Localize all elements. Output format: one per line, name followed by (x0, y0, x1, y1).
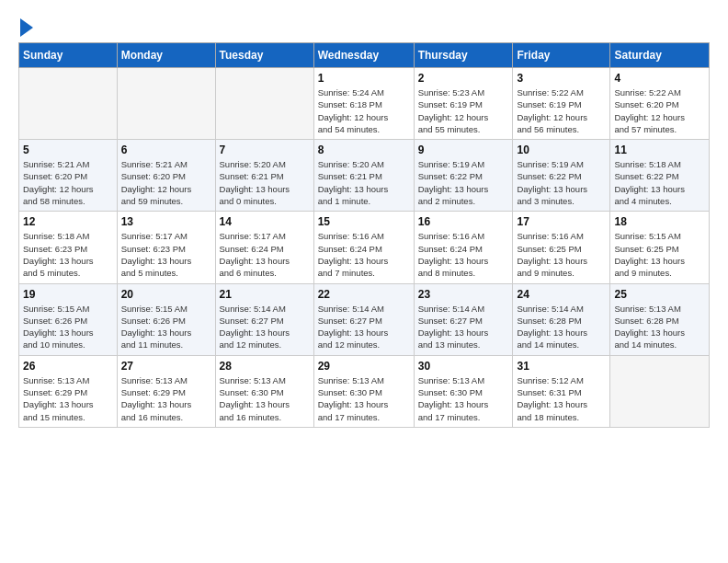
day-number: 20 (121, 288, 211, 301)
day-number: 24 (517, 288, 606, 301)
weekday-friday: Friday (513, 43, 610, 68)
calendar-cell: 19Sunrise: 5:15 AM Sunset: 6:26 PM Dayli… (19, 283, 118, 355)
day-number: 13 (121, 215, 211, 228)
calendar-cell: 20Sunrise: 5:15 AM Sunset: 6:26 PM Dayli… (117, 283, 215, 355)
cell-info: Sunrise: 5:18 AM Sunset: 6:22 PM Dayligh… (614, 158, 705, 207)
calendar-cell: 23Sunrise: 5:14 AM Sunset: 6:27 PM Dayli… (414, 283, 513, 355)
day-number: 2 (418, 72, 509, 85)
cell-info: Sunrise: 5:22 AM Sunset: 6:19 PM Dayligh… (517, 86, 606, 135)
weekday-header-row: SundayMondayTuesdayWednesdayThursdayFrid… (19, 43, 710, 68)
calendar-week-2: 5Sunrise: 5:21 AM Sunset: 6:20 PM Daylig… (19, 140, 710, 212)
cell-info: Sunrise: 5:14 AM Sunset: 6:27 PM Dayligh… (220, 303, 310, 351)
logo-text (18, 18, 33, 37)
cell-info: Sunrise: 5:14 AM Sunset: 6:27 PM Dayligh… (418, 303, 509, 351)
weekday-thursday: Thursday (414, 43, 513, 68)
day-number: 11 (614, 144, 705, 156)
calendar-cell: 2Sunrise: 5:23 AM Sunset: 6:19 PM Daylig… (414, 68, 513, 140)
cell-info: Sunrise: 5:13 AM Sunset: 6:30 PM Dayligh… (220, 374, 310, 423)
cell-info: Sunrise: 5:21 AM Sunset: 6:20 PM Dayligh… (121, 158, 211, 207)
calendar-cell: 16Sunrise: 5:16 AM Sunset: 6:24 PM Dayli… (414, 212, 513, 283)
calendar-cell: 17Sunrise: 5:16 AM Sunset: 6:25 PM Dayli… (513, 212, 610, 283)
calendar-cell: 7Sunrise: 5:20 AM Sunset: 6:21 PM Daylig… (215, 140, 313, 212)
weekday-wednesday: Wednesday (313, 43, 414, 68)
cell-info: Sunrise: 5:20 AM Sunset: 6:21 PM Dayligh… (220, 158, 310, 207)
day-number: 12 (23, 215, 113, 228)
calendar-cell: 10Sunrise: 5:19 AM Sunset: 6:22 PM Dayli… (513, 140, 610, 212)
day-number: 28 (220, 360, 310, 373)
cell-info: Sunrise: 5:14 AM Sunset: 6:27 PM Dayligh… (318, 303, 410, 351)
day-number: 25 (614, 288, 705, 301)
day-number: 31 (517, 360, 606, 373)
calendar-cell: 4Sunrise: 5:22 AM Sunset: 6:20 PM Daylig… (610, 68, 710, 140)
cell-info: Sunrise: 5:13 AM Sunset: 6:29 PM Dayligh… (121, 374, 211, 423)
cell-info: Sunrise: 5:15 AM Sunset: 6:26 PM Dayligh… (23, 303, 113, 351)
day-number: 10 (517, 144, 606, 156)
calendar-cell: 6Sunrise: 5:21 AM Sunset: 6:20 PM Daylig… (117, 140, 215, 212)
day-number: 19 (23, 288, 113, 301)
calendar-week-4: 19Sunrise: 5:15 AM Sunset: 6:26 PM Dayli… (19, 283, 710, 355)
weekday-sunday: Sunday (19, 43, 118, 68)
cell-info: Sunrise: 5:12 AM Sunset: 6:31 PM Dayligh… (517, 374, 606, 423)
calendar-cell: 1Sunrise: 5:24 AM Sunset: 6:18 PM Daylig… (313, 68, 414, 140)
day-number: 3 (517, 72, 606, 85)
cell-info: Sunrise: 5:16 AM Sunset: 6:25 PM Dayligh… (517, 230, 606, 279)
calendar-cell: 5Sunrise: 5:21 AM Sunset: 6:20 PM Daylig… (19, 140, 118, 212)
weekday-tuesday: Tuesday (215, 43, 313, 68)
cell-info: Sunrise: 5:16 AM Sunset: 6:24 PM Dayligh… (418, 230, 509, 279)
cell-info: Sunrise: 5:22 AM Sunset: 6:20 PM Dayligh… (614, 86, 705, 135)
calendar-cell: 21Sunrise: 5:14 AM Sunset: 6:27 PM Dayli… (215, 283, 313, 355)
calendar-body: 1Sunrise: 5:24 AM Sunset: 6:18 PM Daylig… (19, 68, 710, 428)
cell-info: Sunrise: 5:17 AM Sunset: 6:24 PM Dayligh… (220, 230, 310, 279)
calendar-cell (215, 68, 313, 140)
day-number: 1 (318, 72, 410, 85)
calendar-cell: 26Sunrise: 5:13 AM Sunset: 6:29 PM Dayli… (19, 355, 118, 427)
cell-info: Sunrise: 5:13 AM Sunset: 6:29 PM Dayligh… (23, 374, 113, 423)
calendar-cell: 3Sunrise: 5:22 AM Sunset: 6:19 PM Daylig… (513, 68, 610, 140)
day-number: 18 (614, 215, 705, 228)
day-number: 29 (318, 360, 410, 373)
logo-arrow (20, 18, 33, 37)
calendar-cell (117, 68, 215, 140)
calendar-week-1: 1Sunrise: 5:24 AM Sunset: 6:18 PM Daylig… (19, 68, 710, 140)
cell-info: Sunrise: 5:15 AM Sunset: 6:26 PM Dayligh… (121, 303, 211, 351)
calendar-table: SundayMondayTuesdayWednesdayThursdayFrid… (18, 42, 710, 428)
cell-info: Sunrise: 5:13 AM Sunset: 6:28 PM Dayligh… (614, 303, 705, 351)
cell-info: Sunrise: 5:24 AM Sunset: 6:18 PM Dayligh… (318, 86, 410, 135)
cell-info: Sunrise: 5:13 AM Sunset: 6:30 PM Dayligh… (418, 374, 509, 423)
day-number: 23 (418, 288, 509, 301)
cell-info: Sunrise: 5:16 AM Sunset: 6:24 PM Dayligh… (318, 230, 410, 279)
calendar-cell: 9Sunrise: 5:19 AM Sunset: 6:22 PM Daylig… (414, 140, 513, 212)
day-number: 30 (418, 360, 509, 373)
cell-info: Sunrise: 5:19 AM Sunset: 6:22 PM Dayligh… (517, 158, 606, 207)
calendar-cell: 24Sunrise: 5:14 AM Sunset: 6:28 PM Dayli… (513, 283, 610, 355)
cell-info: Sunrise: 5:19 AM Sunset: 6:22 PM Dayligh… (418, 158, 509, 207)
calendar-cell: 8Sunrise: 5:20 AM Sunset: 6:21 PM Daylig… (313, 140, 414, 212)
calendar-cell: 30Sunrise: 5:13 AM Sunset: 6:30 PM Dayli… (414, 355, 513, 427)
cell-info: Sunrise: 5:13 AM Sunset: 6:30 PM Dayligh… (318, 374, 410, 423)
calendar-cell: 18Sunrise: 5:15 AM Sunset: 6:25 PM Dayli… (610, 212, 710, 283)
day-number: 6 (121, 144, 211, 156)
calendar-cell: 12Sunrise: 5:18 AM Sunset: 6:23 PM Dayli… (19, 212, 118, 283)
day-number: 7 (220, 144, 310, 156)
day-number: 15 (318, 215, 410, 228)
calendar-cell: 31Sunrise: 5:12 AM Sunset: 6:31 PM Dayli… (513, 355, 610, 427)
calendar-week-3: 12Sunrise: 5:18 AM Sunset: 6:23 PM Dayli… (19, 212, 710, 283)
calendar-cell: 27Sunrise: 5:13 AM Sunset: 6:29 PM Dayli… (117, 355, 215, 427)
weekday-monday: Monday (117, 43, 215, 68)
day-number: 8 (318, 144, 410, 156)
calendar-cell: 15Sunrise: 5:16 AM Sunset: 6:24 PM Dayli… (313, 212, 414, 283)
cell-info: Sunrise: 5:18 AM Sunset: 6:23 PM Dayligh… (23, 230, 113, 279)
day-number: 4 (614, 72, 705, 85)
day-number: 9 (418, 144, 509, 156)
cell-info: Sunrise: 5:14 AM Sunset: 6:28 PM Dayligh… (517, 303, 606, 351)
cell-info: Sunrise: 5:21 AM Sunset: 6:20 PM Dayligh… (23, 158, 113, 207)
calendar-cell: 22Sunrise: 5:14 AM Sunset: 6:27 PM Dayli… (313, 283, 414, 355)
cell-info: Sunrise: 5:17 AM Sunset: 6:23 PM Dayligh… (121, 230, 211, 279)
day-number: 26 (23, 360, 113, 373)
logo (18, 18, 33, 33)
calendar-cell: 13Sunrise: 5:17 AM Sunset: 6:23 PM Dayli… (117, 212, 215, 283)
day-number: 5 (23, 144, 113, 156)
calendar-cell (19, 68, 118, 140)
calendar-page: SundayMondayTuesdayWednesdayThursdayFrid… (0, 0, 728, 446)
cell-info: Sunrise: 5:15 AM Sunset: 6:25 PM Dayligh… (614, 230, 705, 279)
